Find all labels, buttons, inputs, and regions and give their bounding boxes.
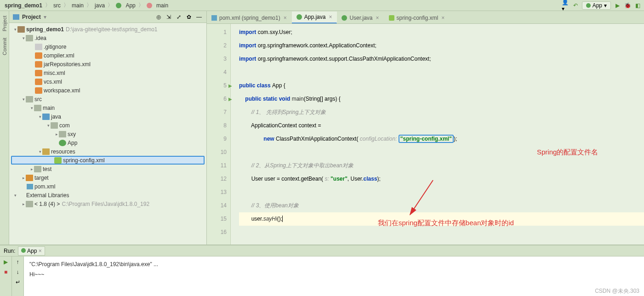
tree-test[interactable]: ▸test (9, 165, 206, 173)
crumb-project[interactable]: spring_demo1 (3, 2, 44, 9)
user-icon[interactable]: 👤▾ (562, 2, 569, 9)
tree-app-class[interactable]: App (9, 138, 206, 147)
tree-item[interactable]: vcs.xml (9, 77, 206, 86)
wrap-icon[interactable]: ↵ (14, 279, 22, 286)
back-icon[interactable]: ↶ (572, 2, 579, 9)
project-tree[interactable]: ▾spring_demo1D:\java-gitee\gitee-test\sp… (9, 23, 206, 245)
tree-item[interactable]: jarRepositories.xml (9, 60, 206, 68)
watermark: CSDN @未央.303 (595, 287, 639, 295)
run-tab[interactable]: App × (18, 246, 45, 256)
tree-pom[interactable]: pom.xml (9, 182, 206, 191)
tree-idea[interactable]: ▾.idea (9, 34, 206, 42)
tab-spring-config[interactable]: spring-config.xml× (384, 12, 450, 23)
console-output[interactable]: "C:\Program Files\Java\jdk1.8.0_192\bin\… (24, 256, 644, 296)
project-panel: Project ▾ ◎ ⇲ ⤢ ✿ — ▾spring_demo1D:\java… (9, 11, 207, 245)
project-tool-tab[interactable]: Project (1, 13, 8, 34)
tab-pom[interactable]: pom.xml (spring_demo1)× (207, 12, 292, 23)
expand-all-icon[interactable]: ⇲ (165, 13, 172, 21)
down-icon[interactable]: ↓ (14, 268, 22, 276)
commit-tool-tab[interactable]: Commit (1, 35, 8, 58)
hide-icon[interactable]: — (195, 13, 203, 21)
editor-area: pom.xml (spring_demo1)× App.java× User.j… (207, 11, 644, 245)
tree-main[interactable]: ▾main (9, 103, 206, 112)
collapse-all-icon[interactable]: ⤢ (175, 13, 182, 21)
tree-sxy[interactable]: ▸sxy (9, 130, 206, 138)
up-icon[interactable]: ↑ (14, 258, 22, 266)
tree-item[interactable]: misc.xml (9, 68, 206, 77)
tree-item[interactable]: workspace.xml (9, 86, 206, 95)
select-opened-file-icon[interactable]: ◎ (155, 13, 162, 21)
tree-item[interactable]: .gitignore (9, 42, 206, 51)
breadcrumb-bar: spring_demo1 〉 src 〉 main 〉 java 〉 App 〉… (0, 0, 644, 11)
annotation-spring-config: Spring的配置文件名 (537, 145, 598, 159)
close-icon[interactable]: × (329, 14, 332, 20)
tree-java-folder[interactable]: ▾java (9, 112, 206, 121)
crumb-class[interactable]: App (114, 2, 137, 9)
close-icon[interactable]: × (441, 15, 445, 21)
crumb-src[interactable]: src (51, 2, 63, 9)
tab-app[interactable]: App.java× (292, 11, 337, 23)
close-icon[interactable]: × (376, 15, 379, 21)
close-icon[interactable]: × (39, 248, 42, 254)
code-editor[interactable]: 1234 5▶ 6▶ 78910 11121314 1516 import co… (207, 24, 644, 245)
tree-target[interactable]: ▸target (9, 173, 206, 182)
tree-resources[interactable]: ▾resources (9, 147, 206, 156)
project-panel-title: Project (22, 14, 41, 20)
tree-ext-lib[interactable]: ▾External Libraries (9, 191, 206, 199)
close-icon[interactable]: × (284, 15, 287, 21)
tree-com[interactable]: ▾com (9, 121, 206, 130)
crumb-main[interactable]: main (70, 2, 85, 9)
coverage-button[interactable]: ◧ (634, 2, 641, 9)
crumb-method[interactable]: main (145, 2, 170, 9)
tree-src[interactable]: ▾src (9, 95, 206, 103)
stop-button[interactable]: ■ (2, 268, 10, 276)
tool-window-bar: Project Commit (0, 11, 9, 245)
settings-icon[interactable]: ✿ (185, 13, 193, 21)
tree-item[interactable]: compiler.xml (9, 51, 206, 60)
tree-root[interactable]: ▾spring_demo1D:\java-gitee\gitee-test\sp… (9, 25, 206, 34)
project-icon (13, 14, 19, 20)
debug-button[interactable]: 🐞 (624, 2, 631, 9)
annotation-bean-id: 我们在spring配置文件中存储bean对象时的id (378, 216, 514, 229)
run-button[interactable]: ▶ (614, 2, 621, 9)
run-label: Run: (4, 248, 15, 254)
run-panel: Run: App × ▶ ■ ↑ ↓ ↵ "C:\Program Files\J… (0, 245, 644, 296)
line-gutter: 1234 5▶ 6▶ 78910 11121314 1516 (207, 24, 231, 245)
crumb-java[interactable]: java (93, 2, 107, 9)
tree-spring-config[interactable]: spring-config.xml (11, 156, 205, 165)
tab-user[interactable]: User.java× (337, 12, 384, 23)
run-config-selector[interactable]: App ▾ (582, 1, 611, 10)
editor-tabs: pom.xml (spring_demo1)× App.java× User.j… (207, 11, 644, 24)
rerun-button[interactable]: ▶ (2, 258, 10, 266)
tree-jdk[interactable]: ▸< 1.8 (4) >C:\Program Files\Java\jdk1.8… (9, 199, 206, 208)
